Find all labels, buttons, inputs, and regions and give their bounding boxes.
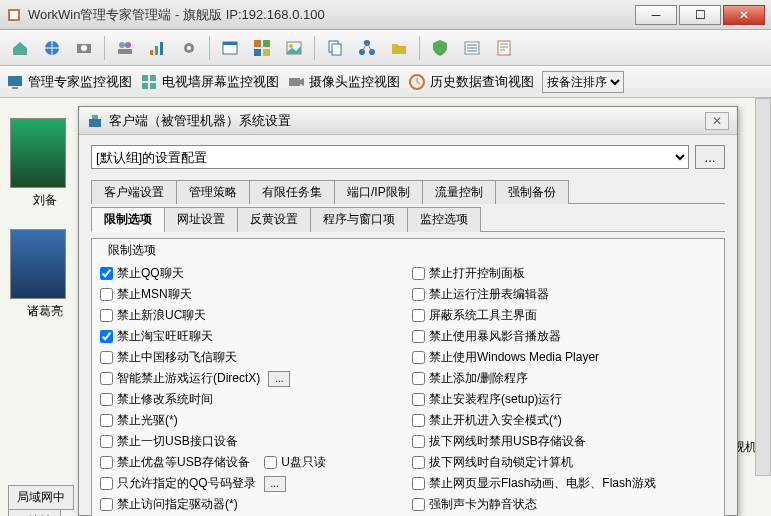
chk-directx: 智能禁止游戏运行(DirectX)... (100, 368, 404, 389)
svg-rect-15 (254, 49, 261, 56)
client-name: 刘备 (10, 192, 80, 209)
tab-restrict[interactable]: 限制选项 (91, 207, 165, 232)
tab-tasks[interactable]: 有限任务集 (249, 180, 335, 204)
svg-rect-27 (12, 87, 18, 89)
globe-icon[interactable] (38, 34, 66, 62)
bottom-tab-ip[interactable]: IP地址 (8, 509, 61, 516)
chk-cdrom: 禁止光驱(*) (100, 410, 404, 431)
svg-rect-16 (263, 49, 270, 56)
windows-icon[interactable] (248, 34, 276, 62)
tab-antiporn[interactable]: 反黄设置 (237, 207, 311, 232)
close-button[interactable]: ✕ (723, 5, 765, 25)
gear-icon[interactable] (175, 34, 203, 62)
svg-rect-28 (142, 75, 148, 81)
dialog-title: 客户端（被管理机器）系统设置 (109, 112, 705, 130)
view-label: 历史数据查询视图 (430, 73, 534, 91)
chk-unplug-lock: 拔下网线时自动锁定计算机 (412, 452, 716, 473)
tab-client-settings[interactable]: 客户端设置 (91, 180, 177, 204)
home-icon[interactable] (6, 34, 34, 62)
svg-point-3 (119, 42, 125, 48)
view-label: 摄像头监控视图 (309, 73, 400, 91)
tab-url[interactable]: 网址设置 (164, 207, 238, 232)
settings-dialog: 客户端（被管理机器）系统设置 ✕ [默认组]的设置配置 ... 客户端设置 管理… (78, 106, 738, 516)
view-camera[interactable]: 摄像头监控视图 (287, 73, 400, 91)
left-column: 禁止QQ聊天 禁止MSN聊天 禁止新浪UC聊天 禁止淘宝旺旺聊天 禁止中国移动飞… (100, 263, 404, 515)
tab-row-1: 客户端设置 管理策略 有限任务集 端口/IP限制 流量控制 强制备份 (91, 179, 725, 204)
view-monitor[interactable]: 管理专家监控视图 (6, 73, 132, 91)
main-titlebar: WorkWin管理专家管理端 - 旗舰版 IP:192.168.0.100 ─ … (0, 0, 771, 30)
chk-flash: 禁止网页显示Flash动画、电影、Flash游戏 (412, 473, 716, 494)
app-title: WorkWin管理专家管理端 - 旗舰版 IP:192.168.0.100 (28, 6, 635, 24)
list-icon[interactable] (458, 34, 486, 62)
bottom-tab-lan[interactable]: 局域网中 (8, 485, 74, 510)
sort-select[interactable]: 按备注排序 (542, 71, 624, 93)
svg-rect-31 (150, 83, 156, 89)
svg-rect-5 (118, 49, 132, 54)
copy-icon[interactable] (321, 34, 349, 62)
shield-icon[interactable] (426, 34, 454, 62)
chart-icon[interactable] (143, 34, 171, 62)
history-icon (408, 73, 426, 91)
camera-icon[interactable] (70, 34, 98, 62)
tab-traffic[interactable]: 流量控制 (422, 180, 496, 204)
chk-storm: 禁止使用暴风影音播放器 (412, 326, 716, 347)
right-column: 禁止打开控制面板 禁止运行注册表编辑器 屏蔽系统工具主界面 禁止使用暴风影音播放… (412, 263, 716, 515)
maximize-button[interactable]: ☐ (679, 5, 721, 25)
dialog-titlebar: 客户端（被管理机器）系统设置 ✕ (79, 107, 737, 135)
dialog-close-button[interactable]: ✕ (705, 112, 729, 130)
chk-qq: 禁止QQ聊天 (100, 263, 404, 284)
vertical-scrollbar[interactable] (755, 98, 771, 476)
tab-policy[interactable]: 管理策略 (176, 180, 250, 204)
toolbar-separator (104, 36, 105, 60)
toolbar-separator (419, 36, 420, 60)
svg-rect-7 (155, 46, 158, 55)
view-history[interactable]: 历史数据查询视图 (408, 73, 534, 91)
tab-port-ip[interactable]: 端口/IP限制 (334, 180, 423, 204)
tab-monitor[interactable]: 监控选项 (407, 207, 481, 232)
chk-sinauc: 禁止新浪UC聊天 (100, 305, 404, 326)
app-icon (6, 7, 22, 23)
group-select[interactable]: [默认组]的设置配置 (91, 145, 689, 169)
chk-usbstore: 禁止优盘等USB存储设备 U盘只读 (100, 452, 404, 473)
chk-wmp: 禁止使用Windows Media Player (412, 347, 716, 368)
svg-point-4 (125, 42, 131, 48)
chk-allusb: 禁止一切USB接口设备 (100, 431, 404, 452)
restrict-group: 限制选项 禁止QQ聊天 禁止MSN聊天 禁止新浪UC聊天 禁止淘宝旺旺聊天 禁止… (91, 238, 725, 516)
browse-button[interactable]: ... (695, 145, 725, 169)
svg-rect-8 (160, 42, 163, 55)
chk-setup: 禁止安装程序(setup)运行 (412, 389, 716, 410)
view-tvwall[interactable]: 电视墙屏幕监控视图 (140, 73, 279, 91)
toolbar-separator (314, 36, 315, 60)
ellipsis-button[interactable]: ... (268, 371, 290, 387)
client-thumbnail[interactable] (10, 229, 66, 299)
client-thumbnail[interactable] (10, 118, 66, 188)
view-bar: 管理专家监控视图 电视墙屏幕监控视图 摄像头监控视图 历史数据查询视图 按备注排… (0, 66, 771, 98)
view-label: 管理专家监控视图 (28, 73, 132, 91)
chk-mute: 强制声卡为静音状态 (412, 494, 716, 515)
minimize-button[interactable]: ─ (635, 5, 677, 25)
folder-icon[interactable] (385, 34, 413, 62)
chk-systime: 禁止修改系统时间 (100, 389, 404, 410)
svg-rect-32 (289, 78, 300, 86)
tab-backup[interactable]: 强制备份 (495, 180, 569, 204)
svg-rect-30 (142, 83, 148, 89)
window-icon[interactable] (216, 34, 244, 62)
network-icon[interactable] (353, 34, 381, 62)
ellipsis-button[interactable]: ... (264, 476, 286, 492)
svg-rect-35 (92, 115, 98, 119)
chk-addremove: 禁止添加/删除程序 (412, 368, 716, 389)
main-toolbar (0, 30, 771, 66)
users-icon[interactable] (111, 34, 139, 62)
chk-safemode: 禁止开机进入安全模式(*) (412, 410, 716, 431)
tab-row-2: 限制选项 网址设置 反黄设置 程序与窗口项 监控选项 (91, 206, 725, 232)
client-name: 诸葛亮 (10, 303, 80, 320)
chk-qqallow: 只允许指定的QQ号码登录... (100, 473, 404, 494)
tab-programs[interactable]: 程序与窗口项 (310, 207, 408, 232)
chk-regedit: 禁止运行注册表编辑器 (412, 284, 716, 305)
notes-icon[interactable] (490, 34, 518, 62)
chk-drives: 禁止访问指定驱动器(*) (100, 494, 404, 515)
grid-icon (140, 73, 158, 91)
chk-controlpanel: 禁止打开控制面板 (412, 263, 716, 284)
image-icon[interactable] (280, 34, 308, 62)
camera-icon (287, 73, 305, 91)
